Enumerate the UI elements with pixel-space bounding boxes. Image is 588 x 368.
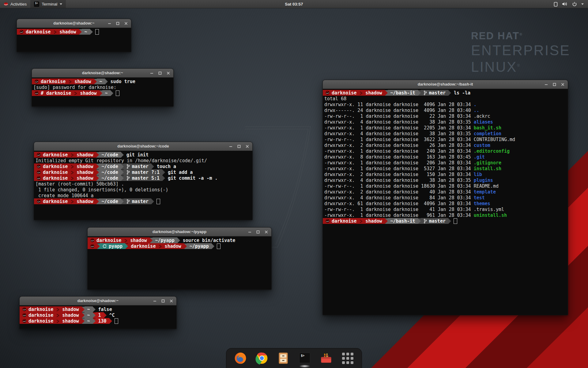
ls-line-meta: drwxrwxr-x. 2 darknoise darknoise 40 Jan… (324, 189, 474, 195)
app-menu-terminal[interactable]: $> Terminal (30, 0, 66, 8)
maximize-button[interactable] (158, 71, 162, 75)
clock[interactable]: Sat 03:57 (0, 2, 588, 6)
powerline-separator (93, 307, 96, 312)
powerline-separator (109, 318, 112, 324)
prompt-segment-user: # darknoise (32, 90, 74, 96)
logo-enterprise: ENTERPRISE (471, 43, 570, 57)
maximize-button[interactable] (116, 22, 119, 25)
terminal-content[interactable]: darknoise>shadow~ (17, 28, 131, 53)
git-branch-icon (126, 199, 130, 204)
prompt-segment-host: shadow (74, 152, 96, 158)
minimize-button[interactable] (150, 71, 153, 75)
prompt-segment-git: master (124, 163, 151, 169)
powerline-separator (94, 79, 97, 84)
terminal-content[interactable]: darknoise>shadow~/codegit initInitialize… (34, 151, 252, 221)
close-button[interactable] (246, 145, 249, 148)
powerline-separator (385, 218, 388, 224)
close-button[interactable] (124, 22, 128, 25)
close-button[interactable] (265, 230, 268, 234)
minimize-button[interactable] (108, 22, 111, 25)
command-text: ls -la (454, 90, 470, 96)
powerline-separator (90, 29, 93, 35)
ls-line-meta: drwxrwxr-x. 2 darknoise darknoise 26 Jan… (324, 143, 474, 148)
close-button[interactable] (167, 71, 170, 75)
dock-item-files[interactable] (277, 351, 290, 365)
window-titlebar[interactable]: darknoise@shadow:~/code (34, 142, 252, 151)
prompt-line: darknoise>shadow~130 (20, 318, 176, 324)
minimize-button[interactable] (229, 145, 232, 148)
window-controls (229, 142, 249, 151)
terminal-content[interactable]: darknoise>shadow~/bash-itmasterls -latot… (323, 89, 568, 316)
dock-item-toolbox[interactable] (319, 351, 333, 365)
prompt-segment-user: darknoise (17, 29, 53, 35)
window-titlebar[interactable]: darknoise@shadow:~ (17, 19, 131, 28)
prompt-segment-host: shadow (127, 237, 149, 243)
terminal-window: darknoise@shadow:~darknoise>shadow~ (17, 19, 131, 52)
output-line: -rw-rw-r--. 1 darknoise darknoise 22 Jan… (323, 113, 568, 119)
prompt-line: darknoise>shadow~/codemaster ?:1git add … (34, 169, 252, 175)
powerline-separator (111, 90, 113, 96)
terminal-content[interactable]: darknoise>shadow~falsedarknoise>shadow~1… (20, 305, 176, 330)
powerline-separator (212, 243, 214, 249)
terminal-window: darknoise@shadow:~/codedarknoise>shadow~… (34, 142, 253, 220)
git-branch-icon (126, 176, 130, 181)
ls-file-name: uninstall.sh (474, 213, 507, 218)
terminal-cursor (116, 90, 119, 96)
system-status-area[interactable] (554, 0, 588, 8)
maximize-button[interactable] (553, 83, 556, 86)
dock-item-app-grid[interactable] (341, 351, 354, 365)
output-line: drwxrwxr-x. 2 darknoise darknoise 150 Ja… (323, 171, 568, 177)
git-branch-icon (126, 170, 130, 175)
terminal-window: darknoise@shadow:~/pyappdarknoise>shadow… (87, 227, 272, 290)
powerline-thin-separator: > (70, 198, 74, 204)
dock-item-firefox[interactable] (234, 351, 247, 365)
prompt-segment-user: darknoise (128, 243, 158, 249)
terminal-window: darknoise@shadow:~darknoise>shadow~false… (19, 296, 177, 329)
prompt-line: darknoise>shadow~false (20, 306, 176, 312)
ls-line-meta: -rw-rw-r--. 1 darknoise darknoise 3622 J… (324, 137, 474, 142)
maximize-button[interactable] (161, 299, 165, 303)
window-titlebar[interactable]: darknoise@shadow:~ (20, 297, 176, 305)
powerline-separator (121, 152, 124, 158)
activities-button[interactable]: Activities (0, 0, 30, 8)
prompt-line: # darknoise>shadow~ (32, 90, 173, 96)
prompt-segment-host: shadow (363, 218, 385, 224)
powerline-separator (418, 90, 421, 96)
window-titlebar[interactable]: darknoise@shadow:~ (32, 69, 173, 78)
powerline-thin-separator: > (70, 152, 74, 158)
ls-file-name: .git (474, 154, 485, 160)
prompt-segment-host: shadow (74, 198, 96, 204)
dock-item-chrome[interactable] (255, 351, 269, 365)
minimize-button[interactable] (545, 83, 548, 86)
output-line: drwxrwxr-x. 4 darknoise darknoise 84 Jan… (323, 195, 568, 201)
close-button[interactable] (170, 299, 173, 303)
close-button[interactable] (561, 83, 564, 86)
prompt-segment-path: ~ (85, 306, 93, 312)
ls-line-meta: -rwxrwxr-x. 1 darknoise darknoise 240 Ja… (324, 148, 474, 154)
output-line: drwxrwxr-x. 4 darknoise darknoise 38 Jan… (323, 131, 568, 136)
terminal-content[interactable]: darknoise>shadow~/pyappsource bin/activa… (88, 236, 271, 291)
output-line: [sudo] password for darknoise: (32, 84, 173, 90)
window-titlebar[interactable]: darknoise@shadow:~/pyapp (88, 228, 271, 236)
output-line: drwxrwxr-x. 4 darknoise darknoise 38 Jan… (323, 119, 568, 125)
dock: $> (226, 348, 362, 368)
window-titlebar[interactable]: darknoise@shadow:~/bash-it (323, 80, 568, 89)
prompt-segment-user: darknoise (34, 152, 70, 158)
toolbox-icon (319, 351, 333, 365)
running-indicator (299, 365, 310, 368)
maximize-button[interactable] (256, 230, 260, 234)
prompt-segment-host: shadow (59, 318, 81, 324)
maximize-button[interactable] (237, 145, 241, 148)
terminal-content[interactable]: darknoise>shadow~sudo true[sudo] passwor… (32, 78, 173, 108)
command-text: ^C (109, 312, 115, 318)
minimize-button[interactable] (248, 230, 251, 234)
powerline-separator (96, 170, 99, 175)
minimize-button[interactable] (153, 299, 156, 303)
app-menu-label: Terminal (42, 2, 57, 6)
prompt-segment-path: ~/bash-it (388, 90, 418, 96)
powerline-separator (162, 175, 165, 181)
ls-file-name: lib (474, 172, 482, 177)
output-line: drwxrwxr-x. 4 darknoise darknoise 38 Jan… (323, 177, 568, 183)
window-controls (150, 69, 170, 77)
dock-item-terminal[interactable]: $> (298, 351, 311, 365)
